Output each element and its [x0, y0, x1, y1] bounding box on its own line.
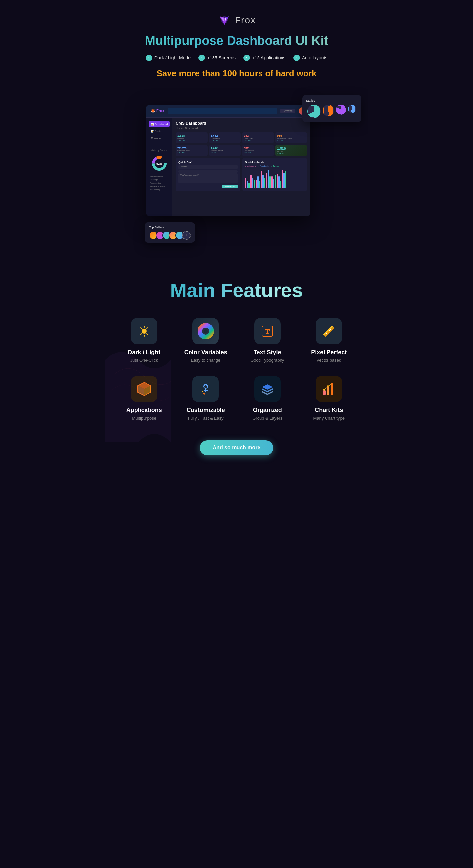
stat-extra: 1,528 Articles ↑ 34.7% — [275, 145, 307, 156]
ruler-icon — [321, 323, 337, 339]
feature-pixel-perfect: Pixel Perfect Vector based — [303, 318, 355, 363]
feature-chart-kits: Chart Kits Many Chart type — [303, 376, 355, 421]
more-button[interactable]: And so much more — [200, 440, 274, 455]
logo-row: Frox — [112, 13, 361, 28]
mini-circles — [306, 105, 357, 118]
svg-marker-34 — [262, 384, 273, 390]
stat-banner: 77,875 Banner Clicks ↑ 12.8% — [176, 145, 208, 156]
feature-text-style: T Text Style Good Typography — [242, 318, 293, 363]
bg-wave-left — [105, 344, 171, 442]
float-card-title: Statics — [306, 99, 357, 102]
svg-point-28 — [203, 384, 208, 388]
dashboard-preview: Statics 🦊 Frox Browse 📊 Dashboard 📝 Post… — [112, 95, 361, 253]
sidebar-item-posts[interactable]: 📝 Posts — [149, 128, 170, 134]
feature-sub-pixel: Vector based — [316, 358, 341, 363]
sidebar-categories: Mobile phones Desktops Accessories Porta… — [149, 175, 170, 191]
quick-draft-card: Quick Draft Post title What's on your mi… — [176, 158, 241, 191]
feature-icon-dark-light — [131, 318, 157, 344]
sidebar-visits: Visits by Source — [149, 148, 170, 152]
badge-auto-layouts: ✓ Auto layouts — [293, 55, 327, 61]
sidebar-item-media[interactable]: 🖼 Media — [149, 135, 170, 142]
svg-rect-37 — [323, 390, 325, 395]
layers-icon — [259, 381, 275, 397]
more-btn-wrap: And so much more — [118, 440, 355, 455]
dashboard-main-window: 🦊 Frox Browse 📊 Dashboard 📝 Posts 🖼 Medi… — [146, 105, 310, 216]
feature-sub-text: Good Typography — [250, 358, 284, 363]
main-title: Multipurpose Dashboard UI Kit — [112, 33, 361, 49]
svg-point-16 — [203, 329, 208, 333]
feature-sub-color: Easy to change — [191, 358, 220, 363]
feature-sub-chart: Many Chart type — [313, 415, 345, 421]
float-stats-card: Statics — [302, 95, 361, 122]
db-stats-grid: 1,528 Articles ↑ 34.7% 1,682 Comments ↑ … — [176, 132, 307, 143]
text-style-icon: T — [259, 323, 275, 339]
svg-line-12 — [147, 334, 148, 335]
color-wheel-icon — [198, 323, 214, 339]
badge-dark-light: ✓ Dark / Light Mode — [146, 55, 191, 61]
feature-sub-org: Group & Layers — [252, 415, 282, 421]
svg-line-13 — [147, 328, 148, 329]
features-title: Main Features — [118, 279, 355, 302]
svg-text:T: T — [265, 327, 270, 335]
feature-customizable: Customizable Fully , Fast & Easy — [180, 376, 232, 421]
header: Frox Multipurpose Dashboard UI Kit ✓ Dar… — [105, 0, 368, 95]
svg-line-14 — [140, 334, 141, 335]
circle-4 — [348, 105, 356, 113]
svg-text:52%: 52% — [156, 162, 162, 165]
feature-icon-org — [254, 376, 281, 402]
check-icon-4: ✓ — [293, 55, 300, 61]
feature-name-org: Organized — [253, 407, 282, 414]
feature-icon-chart — [316, 376, 342, 402]
save-text: Save more than 100 hours of hard work — [112, 68, 361, 79]
sidebar-item-dashboard[interactable]: 📊 Dashboard — [149, 121, 170, 127]
stat-categories: 282 Categories ↑ 22.7% — [242, 132, 274, 143]
feature-sub-custom: Fully , Fast & Easy — [188, 415, 223, 421]
stat-comments: 1,682 Comments ↑ 18.7% — [209, 132, 241, 143]
top-sellers-title: Top Sellers — [149, 226, 191, 229]
logo-text: Frox — [235, 15, 256, 26]
feature-icon-color — [192, 318, 219, 344]
svg-line-11 — [140, 328, 141, 329]
feature-icon-pixel — [316, 318, 342, 344]
badges-row: ✓ Dark / Light Mode ✓ +135 Screens ✓ +15… — [112, 55, 361, 61]
social-network-card: Social Network ● Instagram ● Facebook ● … — [243, 158, 307, 191]
svg-point-1 — [225, 19, 226, 20]
feature-name-text: Text Style — [254, 349, 281, 356]
feature-color-variables: Color Variables Easy to change — [180, 318, 232, 363]
chart-icon — [321, 381, 337, 397]
feature-name-pixel: Pixel Perfect — [311, 349, 347, 356]
check-icon-1: ✓ — [146, 55, 152, 61]
top-sellers-float: Top Sellers + — [145, 222, 195, 243]
social-chart — [245, 168, 305, 188]
stat-menu: 857 Menu Items ↑ 34.7% — [242, 145, 274, 156]
top-sellers-avatars: + — [149, 231, 191, 240]
feature-name-chart: Chart Kits — [315, 407, 343, 414]
badge-applications: ✓ +15 Applications — [243, 55, 285, 61]
db-breadcrumb: Home / Dashboard — [176, 127, 307, 130]
donut-chart: 52% — [151, 155, 167, 172]
circle-2 — [322, 105, 334, 116]
svg-point-29 — [203, 385, 205, 386]
check-icon-2: ✓ — [198, 55, 205, 61]
feature-organized: Organized Group & Layers — [242, 376, 293, 421]
feature-icon-custom — [192, 376, 219, 402]
db-logo: 🦊 Frox — [151, 109, 164, 113]
feature-name-custom: Customizable — [187, 407, 225, 414]
sun-icon — [137, 324, 151, 338]
circle-3 — [336, 105, 346, 115]
badge-screens: ✓ +135 Screens — [198, 55, 235, 61]
svg-point-6 — [141, 329, 147, 334]
db-bottom-grid: Quick Draft Post title What's on your mi… — [176, 158, 307, 191]
db-page-title: CMS Dashboard — [176, 121, 307, 125]
svg-rect-39 — [331, 384, 334, 395]
feature-icon-text: T — [254, 318, 281, 344]
svg-rect-38 — [327, 387, 329, 395]
db-sidebar: 📊 Dashboard 📝 Posts 🖼 Media Visits by So… — [146, 118, 172, 216]
db-stats-grid-2: 77,875 Banner Clicks ↑ 12.8% 1,842 Socia… — [176, 145, 307, 156]
svg-point-30 — [206, 385, 208, 386]
db-browse-btn: Browse — [280, 109, 295, 113]
db-search-bar — [167, 108, 277, 114]
frox-logo-icon — [217, 13, 231, 28]
svg-point-0 — [222, 19, 224, 20]
db-main-content: CMS Dashboard Home / Dashboard 1,528 Art… — [172, 118, 310, 216]
